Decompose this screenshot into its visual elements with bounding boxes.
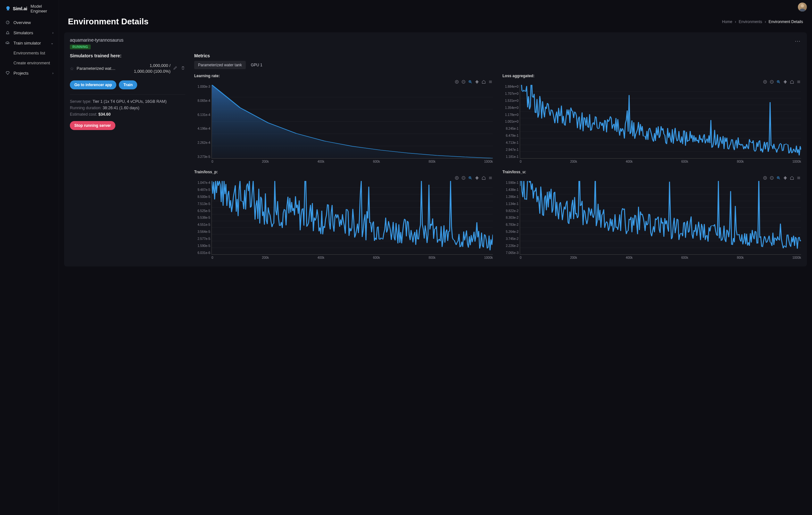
- sidebar-item-simulators[interactable]: Simulators ›: [0, 28, 59, 38]
- simulator-progress-line2: 1,000,000 (100.0%): [134, 68, 171, 74]
- chart-toolbar: [502, 176, 801, 180]
- nav-label: Train simulator: [13, 41, 48, 46]
- more-actions-button[interactable]: ⋯: [795, 37, 801, 44]
- brand-name: Siml.ai: [13, 6, 27, 11]
- home-icon[interactable]: [789, 80, 794, 84]
- svg-point-1: [801, 4, 804, 7]
- delete-icon[interactable]: [181, 66, 185, 71]
- brand-product: Model Engineer: [30, 4, 54, 13]
- menu-icon[interactable]: [796, 176, 801, 180]
- chart-plot-area[interactable]: [211, 181, 493, 254]
- breadcrumb: Home › Environments › Environment Detail…: [722, 20, 803, 24]
- running-duration-line: Running duration: 38:26:41 (1.60 days): [70, 106, 185, 110]
- zoom-in-icon[interactable]: [763, 80, 767, 84]
- train-button[interactable]: Train: [119, 81, 137, 89]
- nav-label: Projects: [13, 71, 49, 75]
- zoom-out-icon[interactable]: [461, 176, 466, 180]
- chevron-right-icon: ›: [52, 71, 54, 75]
- chart-toolbar: [194, 80, 493, 84]
- chart-loss_p: Train/loss_p: 1.047e-49.487e-58.500e-57.…: [194, 170, 493, 260]
- menu-icon[interactable]: [488, 176, 493, 180]
- zoom-out-icon[interactable]: [770, 176, 774, 180]
- simulators-trained-label: Simulators trained here:: [70, 53, 185, 58]
- cloud-down-icon: [5, 40, 10, 46]
- diamond-icon: [5, 70, 10, 75]
- pan-tool-icon[interactable]: [474, 176, 480, 180]
- chart-plot-area[interactable]: [211, 85, 493, 158]
- star-icon[interactable]: ☆: [70, 66, 74, 71]
- pan-tool-icon[interactable]: [783, 80, 788, 84]
- menu-icon[interactable]: [796, 80, 801, 84]
- server-type-label: Server type:: [70, 99, 91, 104]
- sidebar-item-train-simulator[interactable]: Train simulator ⌄: [0, 38, 59, 48]
- metrics-tab-watertank[interactable]: Parameterized water tank: [194, 61, 246, 69]
- chart-title: Train/loss_u:: [502, 170, 801, 174]
- nav-label: Overview: [13, 20, 54, 25]
- go-to-inferencer-button[interactable]: Go to inferencer app: [70, 81, 116, 89]
- crumb-current: Environment Details: [769, 20, 803, 24]
- sidebar-subitem-environments-list[interactable]: Environments list: [0, 48, 59, 58]
- chart-title: Learning rate:: [194, 74, 493, 78]
- zoom-tool-icon[interactable]: [776, 80, 781, 84]
- pan-tool-icon[interactable]: [783, 176, 788, 180]
- zoom-in-icon[interactable]: [454, 80, 459, 84]
- user-avatar[interactable]: [798, 3, 807, 11]
- chart-title: Loss aggregated:: [502, 74, 801, 78]
- estimated-cost-value: $34.60: [98, 112, 111, 117]
- environment-name: aquamarine-tyrannosaurus: [70, 37, 801, 42]
- x-axis: 0200k400k600k800k1000k: [502, 254, 801, 260]
- metrics-label: Metrics: [194, 53, 801, 58]
- y-axis: 1.047e-49.487e-58.500e-57.513e-56.525e-5…: [194, 181, 211, 254]
- x-axis: 0200k400k600k800k1000k: [502, 158, 801, 163]
- logo-icon: [5, 5, 11, 12]
- status-badge: RUNNING: [70, 44, 91, 49]
- y-axis: 1.000e-38.065e-46.131e-44.196e-42.262e-4…: [194, 85, 211, 158]
- divider: [70, 94, 185, 95]
- server-type-line: Server type: Tier 1 (1x T4 GPU, 4 vCPUs,…: [70, 99, 185, 104]
- zoom-in-icon[interactable]: [763, 176, 767, 180]
- chart-toolbar: [502, 80, 801, 84]
- metrics-tab-gpu1[interactable]: GPU 1: [247, 61, 266, 69]
- estimated-cost-label: Estimated cost:: [70, 112, 97, 117]
- sidebar-subitem-create-environment[interactable]: Create environment: [0, 58, 59, 68]
- sidebar-item-overview[interactable]: Overview: [0, 17, 59, 28]
- x-axis: 0200k400k600k800k1000k: [194, 158, 493, 163]
- chevron-right-icon: ›: [765, 20, 766, 24]
- zoom-tool-icon[interactable]: [468, 80, 473, 84]
- estimated-cost-line: Estimated cost: $34.60: [70, 112, 185, 117]
- brand-logo[interactable]: Siml.ai Model Engineer: [0, 4, 59, 17]
- chart-loss_u: Train/loss_u: 1.590e-11.438e-11.286e-11.…: [502, 170, 801, 260]
- chevron-right-icon: ›: [52, 31, 54, 35]
- zoom-in-icon[interactable]: [454, 176, 459, 180]
- chart-toolbar: [194, 176, 493, 180]
- simulator-row: ☆ Parameterized wat… 1,000,000 / 1,000,0…: [70, 61, 185, 76]
- pan-tool-icon[interactable]: [474, 80, 480, 84]
- chart-loss_agg: Loss aggregated: 1.884e+01.707e+01.531e+…: [502, 74, 801, 163]
- home-icon[interactable]: [481, 80, 486, 84]
- chart-title: Train/loss_p:: [194, 170, 493, 174]
- y-axis: 1.884e+01.707e+01.531e+01.354e+01.178e+0…: [502, 85, 520, 158]
- nav-label: Simulators: [13, 30, 49, 35]
- simulator-name[interactable]: Parameterized wat…: [77, 66, 132, 71]
- zoom-out-icon[interactable]: [461, 80, 466, 84]
- home-icon[interactable]: [789, 176, 794, 180]
- crumb-environments[interactable]: Environments: [738, 20, 762, 24]
- simulator-progress-line1: 1,000,000 /: [134, 63, 171, 68]
- zoom-out-icon[interactable]: [770, 80, 774, 84]
- dashboard-icon: [5, 20, 10, 25]
- stop-server-button[interactable]: Stop running server: [70, 121, 115, 130]
- server-type-value: Tier 1 (1x T4 GPU, 4 vCPUs, 16GB RAM): [93, 99, 167, 104]
- chart-plot-area[interactable]: [520, 181, 801, 254]
- zoom-tool-icon[interactable]: [468, 176, 473, 180]
- nav-label: Environments list: [13, 51, 45, 55]
- x-axis: 0200k400k600k800k1000k: [194, 254, 493, 260]
- edit-icon[interactable]: [173, 66, 177, 71]
- home-icon[interactable]: [481, 176, 486, 180]
- y-axis: 1.590e-11.438e-11.286e-11.134e-19.822e-2…: [502, 181, 520, 254]
- zoom-tool-icon[interactable]: [776, 176, 781, 180]
- crumb-home[interactable]: Home: [722, 20, 732, 24]
- chart-plot-area[interactable]: [520, 85, 801, 158]
- sidebar-item-projects[interactable]: Projects ›: [0, 68, 59, 78]
- running-duration-label: Running duration:: [70, 106, 102, 110]
- menu-icon[interactable]: [488, 80, 493, 84]
